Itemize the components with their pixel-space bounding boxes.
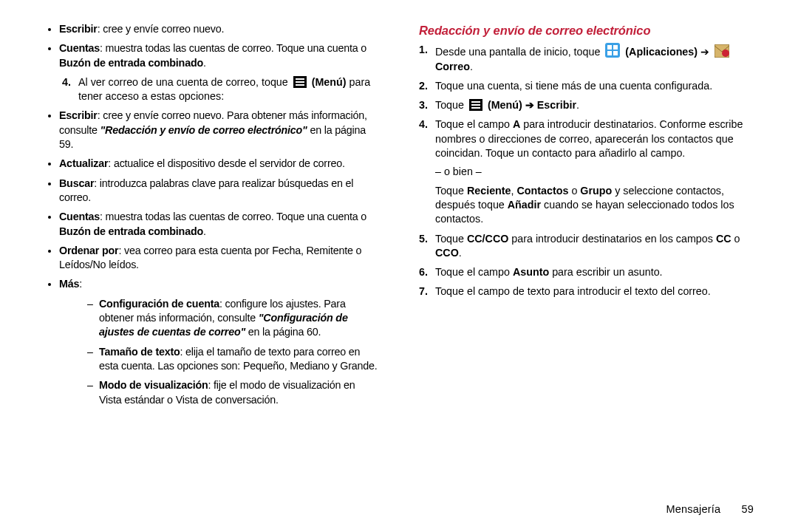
text: . <box>576 99 579 111</box>
list-item: – Configuración de cuenta: configure los… <box>87 297 379 340</box>
list-ordered: 4. Al ver correo de una cuenta de correo… <box>44 75 379 104</box>
text: Toque <box>435 99 467 111</box>
column-right: Redacción y envío de correo electrónico … <box>419 22 754 497</box>
label: CC/CCO <box>467 233 508 245</box>
text: . <box>459 247 462 259</box>
svg-point-10 <box>722 50 729 57</box>
label: Asunto <box>513 266 549 278</box>
svg-rect-3 <box>296 84 304 86</box>
svg-rect-1 <box>296 78 304 80</box>
list-item: Ordenar por: vea correo para esta cuenta… <box>59 244 379 273</box>
list-item: 3. Toque (Menú) ➔ Escribir. <box>419 98 754 112</box>
list-item: – Tamaño de texto: elija el tamaño de te… <box>87 345 379 374</box>
list-sub: Escribir: cree y envíe correo nuevo. Cue… <box>44 22 379 70</box>
list-item: Más: <box>59 277 379 291</box>
list-dash: – Configuración de cuenta: configure los… <box>44 297 379 407</box>
columns: Escribir: cree y envíe correo nuevo. Cue… <box>44 22 754 497</box>
list-item: 4. Al ver correo de una cuenta de correo… <box>62 75 379 104</box>
apps-icon <box>605 43 620 58</box>
menu-icon <box>469 99 482 111</box>
text: Al ver correo de una cuenta de correo, t… <box>78 76 291 88</box>
text: Toque <box>435 233 467 245</box>
text: Toque una cuenta, si tiene más de una cu… <box>435 80 712 92</box>
list-marker: 4. <box>419 117 435 226</box>
correo-icon <box>715 44 729 58</box>
text: o <box>568 185 580 197</box>
text: Toque <box>435 185 467 197</box>
list-item: Actualizar: actualice el dispositivo des… <box>59 157 379 171</box>
list-item: 7. Toque el campo de texto para introduc… <box>419 284 754 299</box>
page: Escribir: cree y envíe correo nuevo. Cue… <box>0 0 798 532</box>
text: . <box>203 57 206 69</box>
text: para introducir destinatarios en los cam… <box>508 233 716 245</box>
label: Buscar <box>59 177 94 189</box>
list-marker: – <box>87 297 99 340</box>
footer-section: Mensajería <box>666 503 721 515</box>
list-item: 1. Desde una pantalla de inicio, toque (… <box>419 43 754 74</box>
label: Añadir <box>508 199 541 211</box>
label: Cuentas <box>59 42 100 54</box>
list-marker: – <box>87 378 99 407</box>
label: Cuentas <box>59 211 100 222</box>
list-marker: 5. <box>419 232 435 261</box>
text: o <box>732 233 740 245</box>
text: . <box>470 61 473 72</box>
text: Toque el campo <box>435 266 513 278</box>
list-sub: Escribir: cree y envíe correo nuevo. Par… <box>44 109 379 291</box>
text: Toque una cuenta, si tiene más de una cu… <box>435 79 754 93</box>
text: Modo de visualización: fije el modo de v… <box>99 378 379 407</box>
text: ➔ <box>522 99 537 111</box>
text: : cree y envíe correo nuevo. <box>98 23 225 35</box>
label: Buzón de entrada combinado <box>59 57 203 69</box>
text: Toque el campo <box>435 118 513 130</box>
text: Toque (Menú) ➔ Escribir. <box>435 98 754 112</box>
list-marker: 7. <box>419 284 435 299</box>
text: : muestra todas las cuentas de correo. T… <box>100 211 366 222</box>
label: Escribir <box>59 23 98 35</box>
text: ➔ <box>698 46 712 58</box>
footer: Mensajería 59 <box>44 497 754 517</box>
svg-rect-6 <box>613 45 618 50</box>
svg-rect-2 <box>296 81 304 83</box>
label: Buzón de entrada combinado <box>59 225 203 237</box>
text: para escribir un asunto. <box>549 266 662 278</box>
list-item: Cuentas: muestra todas las cuentas de co… <box>59 41 379 70</box>
text: Al ver correo de una cuenta de correo, t… <box>78 75 379 104</box>
text: : <box>79 278 82 290</box>
text: Toque el campo de texto para introducir … <box>435 285 711 297</box>
text: : actualice el dispositivo desde el serv… <box>108 157 344 169</box>
text: Toque el campo Asunto para escribir un a… <box>435 265 754 279</box>
list-marker: 4. <box>62 75 78 104</box>
svg-rect-5 <box>607 45 612 50</box>
svg-rect-14 <box>471 107 480 109</box>
list-item: Buscar: introduzca palabras clave para r… <box>59 177 379 205</box>
list-marker: 2. <box>419 79 435 93</box>
label: Configuración de cuenta <box>99 298 219 310</box>
text: . <box>203 225 206 237</box>
text: en la página 60. <box>245 326 321 338</box>
list-item: – Modo de visualización: fije el modo de… <box>87 378 379 407</box>
svg-rect-13 <box>471 104 480 106</box>
label: Tamaño de texto <box>99 346 180 358</box>
text: Configuración de cuenta: configure los a… <box>99 297 379 340</box>
list-item: Escribir: cree y envíe correo nuevo. Par… <box>59 109 379 151</box>
column-left: Escribir: cree y envíe correo nuevo. Cue… <box>44 22 379 497</box>
text: Toque CC/CCO para introducir destinatari… <box>435 232 754 261</box>
label: Más <box>59 278 79 290</box>
label: Escribir <box>537 99 576 111</box>
text: : muestra todas las cuentas de correo. T… <box>100 42 366 54</box>
label: Escribir <box>59 109 98 121</box>
label: Contactos <box>517 185 569 197</box>
list-item: 5. Toque CC/CCO para introducir destinat… <box>419 232 754 261</box>
text: Toque el campo A para introducir destina… <box>435 117 754 226</box>
list-marker: – <box>87 345 99 374</box>
label: (Aplicaciones) <box>625 46 698 58</box>
menu-icon <box>293 76 307 88</box>
list-marker: 1. <box>419 43 435 74</box>
page-number: 59 <box>741 502 754 517</box>
text: Toque el campo de texto para introducir … <box>435 284 754 299</box>
text: Tamaño de texto: elija el tamaño de text… <box>99 345 379 374</box>
list-item: Escribir: cree y envíe correo nuevo. <box>59 22 379 36</box>
label: (Menú) <box>488 99 522 111</box>
list-ordered: 1. Desde una pantalla de inicio, toque (… <box>419 43 754 299</box>
